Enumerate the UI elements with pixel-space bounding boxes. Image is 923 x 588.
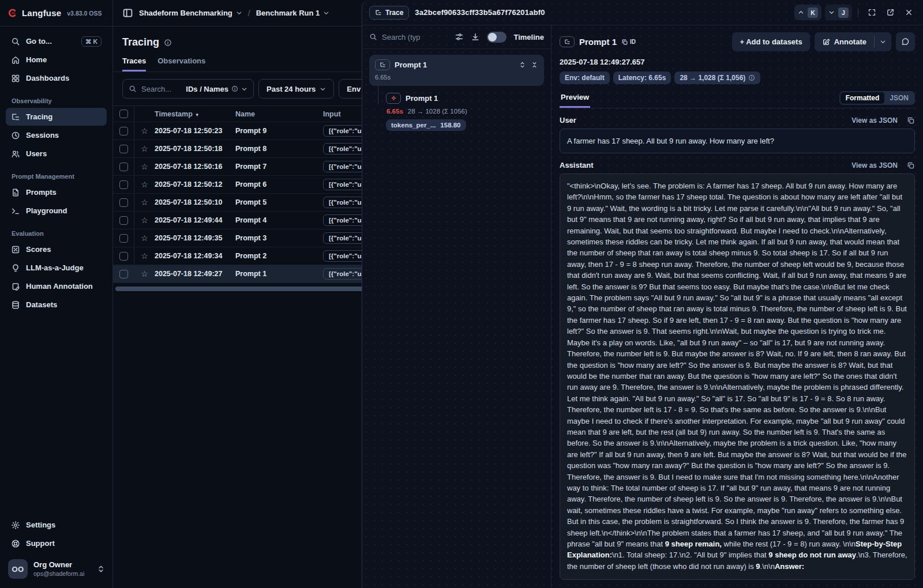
star-icon[interactable]: ☆ <box>134 162 155 171</box>
sidebar-item-label: Tracing <box>26 112 52 121</box>
copy-icon[interactable] <box>907 161 915 169</box>
langfuse-logo-icon <box>7 8 17 18</box>
row-checkbox[interactable] <box>119 216 128 225</box>
row-timestamp: 2025-07-18 12:49:35 <box>155 234 235 242</box>
tree-node-generation[interactable]: Prompt 1 6.65s 28 → 1028 (Σ 1056) tokens… <box>386 93 544 131</box>
user-message-content: A farmer has 17 sheep. All but 9 run awa… <box>560 129 915 153</box>
row-checkbox[interactable] <box>119 127 128 135</box>
section-observability: Observability <box>12 97 101 104</box>
copy-id-button[interactable]: ID <box>621 39 636 46</box>
row-timestamp: 2025-07-18 12:50:18 <box>155 145 235 153</box>
next-trace-button[interactable]: J <box>825 5 852 20</box>
sidebar-item-prompts[interactable]: Prompts <box>6 183 107 201</box>
env-label: Env <box>347 85 361 93</box>
user-name: Org Owner <box>33 560 84 570</box>
tree-node-latency: 6.65s <box>375 74 538 81</box>
search-type-dropdown[interactable]: IDs / Names <box>186 85 247 93</box>
select-all-checkbox[interactable] <box>119 110 128 118</box>
dashboards-icon <box>11 74 20 83</box>
tab-preview[interactable]: Preview <box>560 93 590 108</box>
trace-node-icon <box>375 59 390 70</box>
sidebar-item-tracing[interactable]: Tracing <box>6 108 107 126</box>
kbd-k: K <box>808 7 818 18</box>
star-icon[interactable]: ☆ <box>134 216 155 225</box>
sidebar-item-users[interactable]: Users <box>6 145 107 163</box>
org-user-switcher[interactable]: OO Org Owner ops@shadeform.ai <box>0 552 112 588</box>
row-checkbox[interactable] <box>119 234 128 243</box>
prev-trace-button[interactable]: K <box>794 5 821 20</box>
column-name[interactable]: Name <box>235 110 323 118</box>
project-selector[interactable]: Shadeform Benchmarking <box>139 9 242 17</box>
filter-sliders-icon[interactable] <box>455 32 464 42</box>
goto-kbd: ⌘ K <box>81 36 102 47</box>
env-badge[interactable]: Env: default <box>560 71 610 84</box>
sidebar-item-playground[interactable]: Playground <box>6 202 107 220</box>
view-as-json-button[interactable]: View as JSON <box>851 161 898 169</box>
search-input[interactable]: Search... IDs / Names <box>122 79 254 99</box>
tab-traces[interactable]: Traces <box>122 56 146 71</box>
star-icon[interactable]: ☆ <box>134 126 155 135</box>
row-name: Prompt 1 <box>235 270 323 278</box>
star-icon[interactable]: ☆ <box>134 251 155 261</box>
search-placeholder: Search... <box>141 85 181 93</box>
sidebar-item-sessions[interactable]: Sessions <box>6 126 107 144</box>
latency-badge[interactable]: Latency: 6.65s <box>613 71 671 84</box>
breadcrumb-separator: / <box>248 9 250 18</box>
run-selector[interactable]: Benchmark Run 1 <box>256 9 330 17</box>
comments-button[interactable] <box>896 32 915 51</box>
fold-all-icon[interactable] <box>531 61 538 69</box>
download-icon[interactable] <box>471 32 480 42</box>
user-section-label: User <box>560 116 576 125</box>
tree-node-trace-root[interactable]: Prompt 1 6.65s <box>369 55 544 86</box>
open-external-icon[interactable] <box>883 5 898 20</box>
column-timestamp[interactable]: Timestamp▼ <box>155 110 235 118</box>
row-timestamp: 2025-07-18 12:50:10 <box>155 198 235 206</box>
star-icon[interactable]: ☆ <box>134 269 155 278</box>
annotate-dropdown-chevron[interactable] <box>875 32 891 51</box>
star-icon[interactable]: ☆ <box>134 198 155 207</box>
search-icon <box>369 33 377 41</box>
close-icon[interactable] <box>901 5 916 20</box>
row-checkbox[interactable] <box>119 163 128 171</box>
goto-search[interactable]: Go to... ⌘ K <box>6 32 107 50</box>
sidebar-item-datasets[interactable]: Datasets <box>6 296 107 314</box>
token-usage-badge[interactable]: 28 → 1,028 (Σ 1,056) <box>674 71 760 84</box>
sidebar-item-home[interactable]: Home <box>6 51 107 69</box>
sidebar-item-label: LLM-as-a-Judge <box>26 263 84 272</box>
sidebar-item-llm-judge[interactable]: LLM-as-a-Judge <box>6 259 107 277</box>
tab-observations[interactable]: Observations <box>157 56 205 71</box>
annotate-button[interactable]: Annotate <box>815 32 874 51</box>
sidebar-item-scores[interactable]: Scores <box>6 240 107 258</box>
star-icon[interactable]: ☆ <box>134 144 155 153</box>
sidebar-toggle-icon[interactable] <box>122 7 133 18</box>
expand-icon[interactable] <box>864 5 879 20</box>
row-checkbox[interactable] <box>119 198 128 207</box>
user-email: ops@shadeform.ai <box>33 570 84 578</box>
observation-detail-column: Prompt 1 ID + Add to datasets Annotate <box>551 25 923 588</box>
row-timestamp: 2025-07-18 12:49:27 <box>155 270 235 278</box>
star-icon[interactable]: ☆ <box>134 233 155 243</box>
row-checkbox[interactable] <box>119 180 128 189</box>
star-icon[interactable]: ☆ <box>134 180 155 189</box>
time-range-filter[interactable]: Past 24 hours <box>258 79 334 99</box>
view-as-json-button[interactable]: View as JSON <box>851 116 898 125</box>
format-json[interactable]: JSON <box>884 92 914 104</box>
timeline-toggle[interactable] <box>487 32 506 43</box>
unfold-all-icon[interactable] <box>519 61 526 69</box>
sidebar-item-support[interactable]: Support <box>6 534 107 552</box>
row-checkbox[interactable] <box>119 270 128 278</box>
row-checkbox[interactable] <box>119 252 128 261</box>
chevron-down-icon <box>323 10 329 16</box>
sidebar-item-settings[interactable]: Settings <box>6 516 107 534</box>
tree-search-input[interactable]: Search (typ <box>369 33 448 42</box>
score-badge[interactable]: tokens_per_... 158.80 <box>386 119 466 131</box>
add-to-datasets-button[interactable]: + Add to datasets <box>732 32 809 51</box>
home-icon <box>11 55 20 65</box>
info-icon[interactable] <box>164 39 172 47</box>
sidebar: Langfuse v3.83.0 OSS Go to... ⌘ K Home D… <box>0 0 113 588</box>
copy-icon[interactable] <box>907 116 915 125</box>
sidebar-item-dashboards[interactable]: Dashboards <box>6 69 107 87</box>
sidebar-item-human-annotation[interactable]: Human Annotation <box>6 277 107 295</box>
format-formatted[interactable]: Formatted <box>841 92 885 104</box>
row-checkbox[interactable] <box>119 145 128 153</box>
